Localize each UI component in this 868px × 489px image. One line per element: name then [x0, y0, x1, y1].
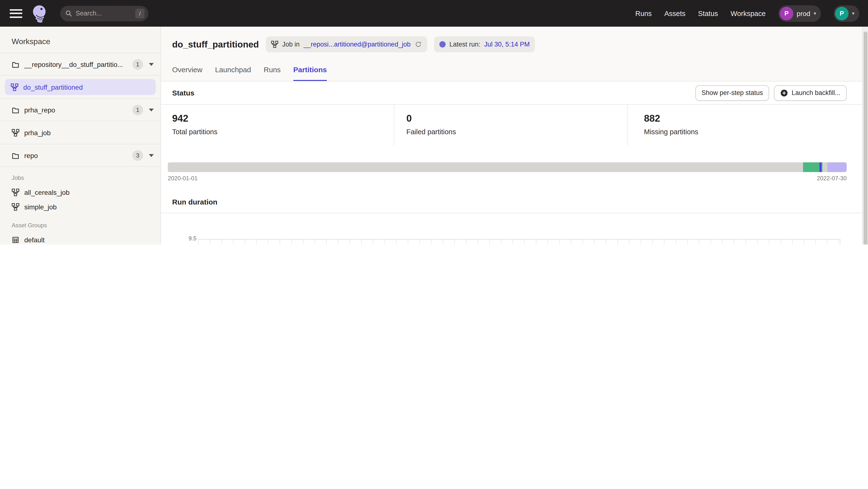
run-duration-section-header: Run duration — [161, 192, 862, 213]
stat-label: Total partitions — [172, 128, 394, 136]
sidebar-item-all-cereals-job[interactable]: all_cereals_job — [0, 185, 160, 200]
stat-missing-partitions: 882 Missing partitions — [628, 105, 862, 145]
reload-icon[interactable] — [414, 41, 422, 48]
global-search[interactable]: / — [60, 6, 148, 21]
stat-value: 0 — [406, 113, 627, 124]
count-badge: 1 — [132, 59, 143, 70]
job-origin-tag: Job in __reposi...artitioned@partitioned… — [266, 36, 427, 52]
job-icon — [11, 83, 19, 91]
search-shortcut-key: / — [135, 8, 145, 18]
status-heading: Status — [172, 89, 194, 97]
sidebar-item-label: __repository__do_stuff_partitio... — [24, 60, 132, 68]
count-badge: 3 — [132, 150, 143, 161]
user-menu[interactable]: P ▾ — [834, 5, 859, 22]
caret-down-icon[interactable] — [149, 63, 154, 66]
search-icon — [65, 9, 73, 17]
stat-label: Missing partitions — [644, 128, 862, 136]
app-window: / Runs Assets Status Workspace P prod ▾ … — [0, 0, 868, 244]
sidebar-item-label: prha_repo — [24, 106, 132, 113]
folder-icon — [12, 60, 20, 68]
sidebar-item-prha-repo[interactable]: prha_repo 1 — [0, 98, 160, 121]
tab-launchpad[interactable]: Launchpad — [215, 65, 251, 81]
dagster-logo-icon[interactable] — [30, 4, 49, 23]
run-duration-heading: Run duration — [172, 198, 851, 206]
nav-link-workspace[interactable]: Workspace — [731, 9, 766, 17]
partition-status-bar-block: 2020-01-01 2022-07-30 — [168, 162, 847, 182]
page-title: do_stuff_partitioned — [172, 39, 259, 50]
job-icon — [12, 203, 20, 211]
job-tag-link[interactable]: __reposi...artitioned@partitioned_job — [304, 41, 411, 48]
range-start-label: 2020-01-01 — [168, 175, 197, 182]
stat-value: 942 — [172, 113, 394, 124]
bar-segment — [822, 162, 827, 172]
page-header: do_stuff_partitioned Job in __reposi...a… — [161, 27, 862, 81]
run-duration-chart: Execution time (secs) Execution Time by … — [161, 213, 862, 244]
run-status-dot-icon — [439, 41, 445, 47]
tab-bar: Overview Launchpad Runs Partitions — [172, 65, 847, 81]
launch-backfill-label: Launch backfill... — [792, 89, 840, 96]
nav-links: Runs Assets Status Workspace P prod ▾ P … — [635, 5, 859, 22]
search-input[interactable] — [76, 10, 129, 17]
jobs-section-label: Jobs — [0, 167, 160, 185]
sidebar-item-label: default — [24, 236, 44, 244]
job-icon — [12, 129, 20, 136]
sidebar-title: Workspace — [0, 27, 160, 53]
scrollbar-thumb[interactable] — [864, 32, 868, 244]
y-tick-label: 9.5 — [181, 235, 196, 241]
show-per-step-status-button[interactable]: Show per-step status — [695, 85, 769, 101]
folder-icon — [12, 152, 20, 159]
main-content: do_stuff_partitioned Job in __reposi...a… — [161, 27, 862, 244]
range-end-label: 2022-07-30 — [817, 175, 847, 182]
tab-partitions[interactable]: Partitions — [293, 65, 327, 81]
deployment-switcher[interactable]: P prod ▾ — [778, 5, 821, 22]
sidebar-item-do-stuff-partitioned[interactable]: do_stuff_partitioned — [5, 79, 156, 95]
job-tag-prefix: Job in — [282, 41, 300, 48]
tab-runs[interactable]: Runs — [264, 65, 281, 81]
user-avatar: P — [835, 6, 848, 20]
caret-down-icon[interactable] — [149, 108, 154, 111]
bar-segment — [803, 162, 819, 172]
folder-icon — [12, 106, 20, 113]
sidebar-item-prha-job[interactable]: prha_job — [0, 121, 160, 144]
sidebar-item-repository[interactable]: __repository__do_stuff_partitio... 1 — [0, 53, 160, 75]
asset-group-icon — [12, 236, 20, 244]
sidebar-item-default-group[interactable]: default — [0, 233, 160, 244]
asset-groups-section-label: Asset Groups — [0, 214, 160, 233]
job-icon — [271, 41, 278, 48]
stat-label: Failed partitions — [406, 128, 627, 136]
deployment-name: prod — [797, 9, 810, 17]
status-header: Status Show per-step status Launch backf… — [161, 82, 862, 105]
stat-total-partitions: 942 Total partitions — [161, 105, 394, 145]
nav-link-status[interactable]: Status — [698, 9, 718, 17]
latest-run-tag: Latest run: Jul 30, 5:14 PM — [434, 36, 535, 52]
deployment-avatar: P — [780, 6, 793, 20]
tab-overview[interactable]: Overview — [172, 65, 203, 81]
bar-segment — [168, 162, 803, 172]
nav-link-runs[interactable]: Runs — [635, 9, 652, 17]
sidebar-item-label: do_stuff_partitioned — [23, 83, 83, 91]
hamburger-menu-icon[interactable] — [10, 9, 22, 18]
nav-link-assets[interactable]: Assets — [664, 9, 685, 17]
latest-run-link[interactable]: Jul 30, 5:14 PM — [484, 41, 530, 48]
bar-segment — [827, 162, 847, 172]
sidebar-item-simple-job[interactable]: simple_job — [0, 200, 160, 214]
workspace-sidebar: Workspace __repository__do_stuff_partiti… — [0, 27, 161, 244]
sidebar-item-label: prha_job — [24, 129, 154, 136]
sidebar-item-label: all_cereals_job — [24, 189, 70, 196]
chevron-down-icon: ▾ — [814, 11, 816, 16]
sidebar-item-repo[interactable]: repo 3 — [0, 144, 160, 167]
caret-down-icon[interactable] — [149, 154, 154, 157]
page-scrollbar — [862, 27, 868, 244]
top-nav: / Runs Assets Status Workspace P prod ▾ … — [0, 0, 868, 27]
partition-status-bar — [168, 162, 847, 172]
launch-backfill-button[interactable]: Launch backfill... — [774, 85, 847, 101]
partitions-panel: Status Show per-step status Launch backf… — [161, 81, 862, 244]
run-duration-plot — [198, 239, 840, 244]
sidebar-item-label: repo — [24, 152, 132, 159]
stat-failed-partitions: 0 Failed partitions — [394, 105, 628, 145]
stat-value: 882 — [644, 113, 862, 124]
bar-segment — [819, 162, 822, 172]
plus-circle-icon — [780, 89, 788, 97]
chevron-down-icon: ▾ — [852, 11, 855, 16]
partition-stats: 942 Total partitions 0 Failed partitions… — [161, 105, 862, 145]
